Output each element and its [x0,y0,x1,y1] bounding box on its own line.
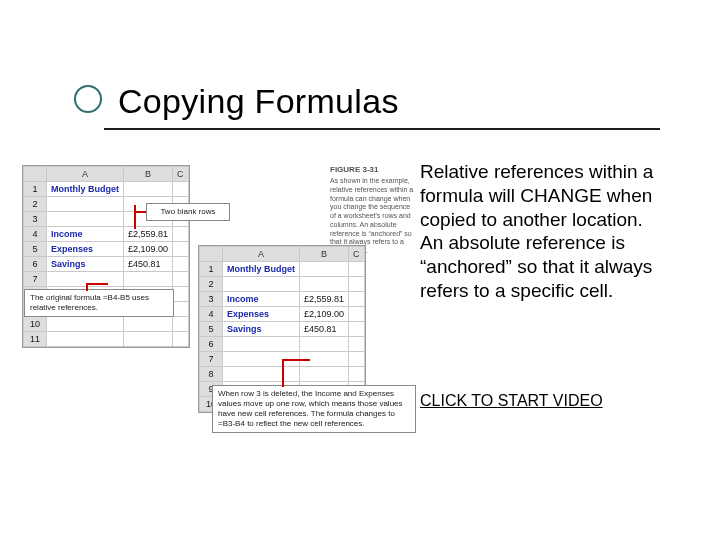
col-header: B [300,247,349,262]
arrow-icon [134,211,146,213]
figure-caption: As shown in the example, relative refere… [330,177,416,256]
col-header: C [349,247,365,262]
body-paragraph: Relative references within a formula wil… [420,160,670,303]
callout-row3-note: When row 3 is deleted, the Income and Ex… [212,385,416,433]
col-header: A [223,247,300,262]
col-header: A [47,167,124,182]
title-underline [104,128,660,130]
col-header: B [124,167,173,182]
callout-blank-rows: Two blank rows [146,203,230,221]
arrow-icon [282,359,284,387]
title-bullet-icon [74,85,102,113]
spreadsheet-1: A B C 1Monthly Budget 2 3 4Income£2,559.… [22,165,190,348]
arrow-icon [282,359,310,361]
figure-illustration: FIGURE 3-31 As shown in the example, rel… [20,163,412,431]
start-video-link[interactable]: CLICK TO START VIDEO [420,392,603,410]
arrow-icon [134,205,136,229]
callout-original-formula: The original formula =B4-B5 uses relativ… [24,289,174,317]
col-header: C [173,167,189,182]
slide-title: Copying Formulas [118,82,399,121]
figure-number: FIGURE 3-31 [330,165,378,174]
arrow-icon [86,283,108,285]
